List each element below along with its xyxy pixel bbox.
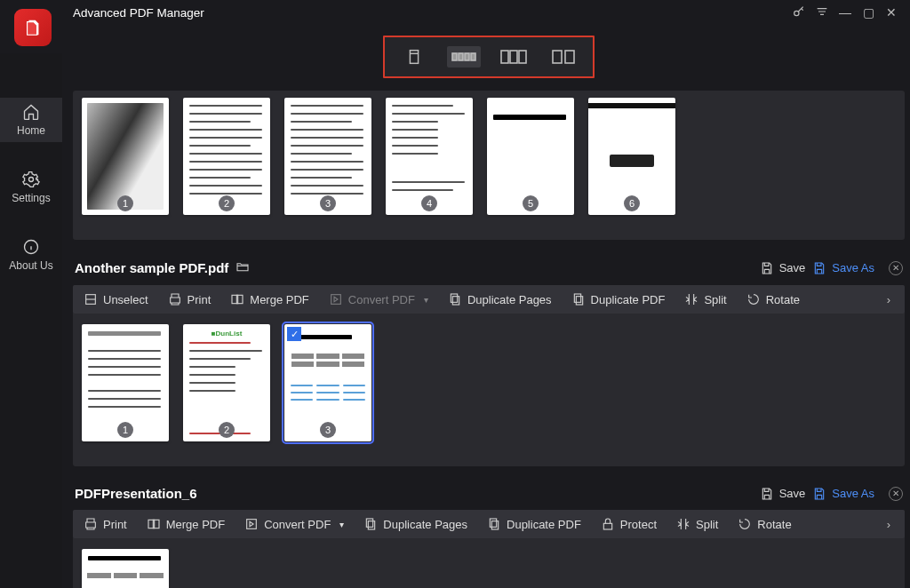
sidebar-item-label: Settings [12,192,50,204]
check-icon: ✓ [287,327,301,341]
minimize-button[interactable]: — [834,5,857,20]
print-button[interactable]: Print [84,517,127,531]
page-thumb[interactable] [82,549,169,588]
duplicate-pdf-button[interactable]: Duplicate PDF [487,517,581,531]
page-thumb[interactable]: 1 [82,324,169,441]
save-as-button[interactable]: Save As [812,261,874,275]
duplicate-pdf-button[interactable]: Duplicate PDF [571,292,666,306]
svg-point-0 [794,11,799,15]
view-mode-toolbar [383,36,595,78]
menu-icon[interactable] [810,4,834,21]
main-content: 1 2 3 4 5 6 [62,25,910,588]
svg-rect-12 [565,51,574,63]
svg-rect-7 [471,53,475,60]
print-button[interactable]: Print [168,292,212,306]
svg-rect-9 [510,51,517,63]
svg-rect-4 [452,53,457,60]
pdf-group-2: PDFPresentation_6 Save Save As ✕ Print M… [73,482,905,588]
rotate-button[interactable]: Rotate [746,292,800,306]
sidebar-item-settings[interactable]: Settings [0,165,62,210]
chevron-down-icon: ▾ [424,295,428,305]
page-thumb[interactable]: ■DunList 2 [183,324,270,441]
pdf-group-1: Another sample PDF.pdf Save Save As ✕ Un… [73,256,905,466]
svg-rect-5 [459,53,463,60]
page-thumb[interactable]: ✓ 3 [284,324,371,441]
svg-rect-10 [519,51,526,63]
more-button[interactable]: › [883,293,894,306]
split-button[interactable]: Split [684,292,726,306]
close-group-button[interactable]: ✕ [889,261,903,275]
svg-rect-17 [451,294,457,302]
svg-rect-20 [576,297,582,305]
unselect-button[interactable]: Unselect [84,292,148,306]
svg-rect-28 [603,523,611,529]
page-thumb[interactable]: 6 [588,98,675,215]
svg-rect-19 [574,294,580,302]
rotate-button[interactable]: Rotate [738,517,791,531]
group-title: PDFPresentation_6 [75,486,197,501]
view-spread-button[interactable] [547,46,580,68]
page-thumb[interactable]: 4 [386,98,473,215]
duplicate-pages-button[interactable]: Duplicate Pages [448,292,552,306]
svg-rect-16 [331,295,340,305]
svg-rect-11 [553,51,562,63]
titlebar: Advanced PDF Manager — ▢ ✕ [0,0,910,25]
maximize-button[interactable]: ▢ [857,5,880,20]
page-thumb[interactable]: 2 [183,98,270,215]
duplicate-pages-button[interactable]: Duplicate Pages [363,517,467,531]
svg-rect-25 [369,521,375,529]
svg-rect-26 [490,519,496,527]
svg-rect-24 [367,519,373,527]
page-thumb[interactable]: 3 [284,98,371,215]
sidebar-item-label: Home [17,124,45,137]
sidebar-item-home[interactable]: Home [0,98,62,142]
page-thumb[interactable]: 1 [82,98,169,215]
app-logo [14,9,52,46]
chevron-down-icon: ▾ [339,520,344,529]
open-folder-icon[interactable] [235,259,250,276]
svg-rect-3 [410,51,418,64]
svg-rect-27 [491,521,498,529]
svg-rect-18 [452,297,459,305]
app-title: Advanced PDF Manager [73,6,204,20]
save-as-button[interactable]: Save As [812,487,874,501]
sidebar-item-about[interactable]: About Us [0,233,62,277]
page-thumb[interactable]: 5 [487,98,574,215]
sidebar: Home Settings About Us [0,53,62,588]
close-button[interactable]: ✕ [880,5,903,20]
svg-rect-8 [501,51,508,63]
group-title: Another sample PDF.pdf [75,260,228,275]
save-button[interactable]: Save [760,487,806,501]
merge-button[interactable]: Merge PDF [230,292,308,306]
svg-rect-23 [247,520,257,529]
convert-button[interactable]: Convert PDF▾ [329,292,428,306]
protect-button[interactable]: Protect [601,517,657,531]
view-twoup-button[interactable] [497,46,531,68]
sidebar-item-label: About Us [9,259,52,272]
close-group-button[interactable]: ✕ [889,487,903,501]
key-icon[interactable] [787,4,810,21]
split-button[interactable]: Split [676,517,718,531]
more-button[interactable]: › [883,518,894,531]
svg-rect-6 [465,53,469,60]
save-button[interactable]: Save [760,261,806,275]
convert-button[interactable]: Convert PDF▾ [244,517,344,531]
view-continuous-button[interactable] [447,46,481,68]
merge-button[interactable]: Merge PDF [147,517,225,531]
pdf-group-0: 1 2 3 4 5 6 [73,91,905,240]
group-toolbar: Unselect Print Merge PDF Convert PDF▾ Du… [73,285,905,314]
view-single-button[interactable] [397,46,431,68]
group-toolbar: Print Merge PDF Convert PDF▾ Duplicate P… [73,510,905,538]
svg-point-1 [29,178,34,182]
